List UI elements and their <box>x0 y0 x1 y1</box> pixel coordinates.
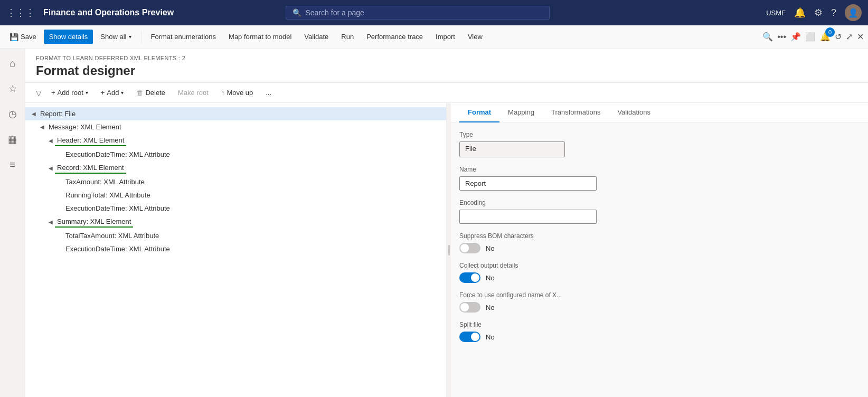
settings-icon[interactable]: ⚙ <box>814 7 823 18</box>
layout-icon[interactable]: ⬜ <box>805 32 816 42</box>
notification2-icon[interactable]: 🔔 0 <box>820 32 831 42</box>
split-panel: ◀ Report: File ◀ Message: XML Element ◀ … <box>25 103 868 397</box>
collect-output-toggle[interactable] <box>459 272 480 283</box>
topbar-right-cmds: 🔍 ••• 📌 ⬜ 🔔 0 ↺ ⤢ ✕ <box>762 32 864 42</box>
sidebar-item-favorites[interactable]: ☆ <box>2 78 23 99</box>
grid-icon[interactable]: ⋮⋮⋮ <box>6 7 35 18</box>
avatar[interactable]: 👤 <box>845 4 862 21</box>
map-format-label: Map format to model <box>229 33 291 41</box>
tree-panel: ◀ Report: File ◀ Message: XML Element ◀ … <box>25 103 447 397</box>
import-button[interactable]: Import <box>430 30 460 44</box>
filter-icon[interactable]: ▽ <box>36 89 42 97</box>
prop-suppress-bom: Suppress BOM characters No <box>459 232 860 253</box>
toggle-report[interactable]: ◀ <box>30 111 38 117</box>
tree-item-message[interactable]: ◀ Message: XML Element <box>25 120 446 134</box>
app-title: Finance and Operations Preview <box>43 8 174 17</box>
breadcrumb: FORMAT TO LEARN DEFERRED XML ELEMENTS : … <box>36 55 857 61</box>
run-button[interactable]: Run <box>336 30 359 44</box>
tree-item-runningtotal[interactable]: RunningTotal: XML Attribute <box>25 188 446 202</box>
add-root-button[interactable]: + Add root ▾ <box>46 86 93 99</box>
page-header: FORMAT TO LEARN DEFERRED XML ELEMENTS : … <box>25 49 868 83</box>
tree-item-taxamount[interactable]: TaxAmount: XML Attribute <box>25 175 446 188</box>
left-sidebar: ⌂ ☆ ◷ ▦ ≡ <box>0 49 25 397</box>
toggle-summary[interactable]: ◀ <box>46 219 55 225</box>
user-label: USMF <box>766 9 786 17</box>
pin-icon[interactable]: 📌 <box>790 32 801 42</box>
add-icon: + <box>101 89 105 97</box>
prop-force-name: Force to use configured name of X... No <box>459 291 860 313</box>
toggle-message[interactable]: ◀ <box>38 124 46 130</box>
force-name-value: No <box>486 304 495 311</box>
close-icon[interactable]: ✕ <box>857 32 864 42</box>
tab-validations[interactable]: Validations <box>609 103 659 122</box>
suppress-bom-label: Suppress BOM characters <box>459 232 860 240</box>
item-label-report: Report: File <box>38 109 78 119</box>
add-root-chevron: ▾ <box>86 90 88 96</box>
sidebar-item-recent[interactable]: ◷ <box>2 103 23 125</box>
validate-button[interactable]: Validate <box>299 30 334 44</box>
save-label: Save <box>21 33 36 41</box>
tab-mapping[interactable]: Mapping <box>499 103 543 122</box>
sidebar-item-workspace[interactable]: ▦ <box>2 129 23 150</box>
show-all-button[interactable]: Show all ▾ <box>95 30 136 44</box>
search-box[interactable]: 🔍 Search for a page <box>286 6 550 20</box>
suppress-bom-toggle[interactable] <box>459 243 480 253</box>
force-name-toggle[interactable] <box>459 302 480 313</box>
item-label-header: Header: XML Element <box>55 135 126 146</box>
encoding-input[interactable] <box>459 210 597 224</box>
tab-format[interactable]: Format <box>459 103 499 122</box>
notification-icon[interactable]: 🔔 <box>794 7 806 18</box>
add-button[interactable]: + Add ▾ <box>96 86 129 99</box>
make-root-button[interactable]: Make root <box>173 86 214 99</box>
tree-item-report[interactable]: ◀ Report: File <box>25 107 446 120</box>
help-icon[interactable]: ? <box>831 7 836 18</box>
split-file-toggle[interactable] <box>459 332 480 342</box>
sidebar-item-list[interactable]: ≡ <box>2 154 23 175</box>
resize-dot <box>448 245 450 256</box>
performance-trace-button[interactable]: Performance trace <box>361 30 428 44</box>
add-chevron: ▾ <box>121 90 124 96</box>
delete-button[interactable]: 🗑 Delete <box>131 86 171 99</box>
save-button[interactable]: 💾 Save <box>4 30 42 44</box>
more-toolbar-label: ... <box>266 89 271 97</box>
commandbar: 💾 Save Show details Show all ▾ Format en… <box>0 25 868 49</box>
move-up-button[interactable]: ↑ Move up <box>216 86 258 99</box>
format-enumerations-label: Format enumerations <box>151 33 216 41</box>
toggle-header[interactable]: ◀ <box>46 138 55 144</box>
tree-item-totaltax[interactable]: TotalTaxAmount: XML Attribute <box>25 229 446 242</box>
tree-item-record[interactable]: ◀ Record: XML Element <box>25 161 446 175</box>
make-root-label: Make root <box>178 89 209 97</box>
tree-item-exec3[interactable]: ExecutionDateTime: XML Attribute <box>25 242 446 256</box>
tab-transformations[interactable]: Transformations <box>543 103 609 122</box>
item-label-totaltax: TotalTaxAmount: XML Attribute <box>63 231 161 241</box>
open-icon[interactable]: ⤢ <box>846 32 853 42</box>
tree-item-summary[interactable]: ◀ Summary: XML Element <box>25 215 446 229</box>
add-root-label: Add root <box>58 89 83 97</box>
format-enumerations-button[interactable]: Format enumerations <box>146 30 222 44</box>
name-input[interactable] <box>459 176 597 191</box>
separator-1 <box>141 31 141 43</box>
content-area: FORMAT TO LEARN DEFERRED XML ELEMENTS : … <box>25 49 868 397</box>
tree-item-exec2[interactable]: ExecutionDateTime: XML Attribute <box>25 202 446 215</box>
resize-handle[interactable] <box>447 103 451 397</box>
tree-item-exec1[interactable]: ExecutionDateTime: XML Attribute <box>25 148 446 161</box>
search-page-icon[interactable]: 🔍 <box>762 32 773 42</box>
item-label-record: Record: XML Element <box>55 163 126 174</box>
refresh-icon[interactable]: ↺ <box>835 32 842 42</box>
view-label: View <box>468 33 483 41</box>
item-label-exec2: ExecutionDateTime: XML Attribute <box>63 203 172 213</box>
more-toolbar-button[interactable]: ... <box>260 86 277 99</box>
more-icon[interactable]: ••• <box>777 32 786 42</box>
prop-type: Type File <box>459 131 860 157</box>
run-label: Run <box>341 33 354 41</box>
encoding-label: Encoding <box>459 199 860 206</box>
split-file-toggle-row: No <box>459 332 860 342</box>
sidebar-item-home[interactable]: ⌂ <box>2 53 23 74</box>
tree-item-header[interactable]: ◀ Header: XML Element <box>25 134 446 148</box>
view-button[interactable]: View <box>463 30 488 44</box>
collect-output-value: No <box>486 274 495 282</box>
toggle-record[interactable]: ◀ <box>46 165 55 171</box>
map-format-button[interactable]: Map format to model <box>223 30 297 44</box>
show-all-chevron-icon: ▾ <box>129 34 131 40</box>
show-details-button[interactable]: Show details <box>44 30 93 44</box>
